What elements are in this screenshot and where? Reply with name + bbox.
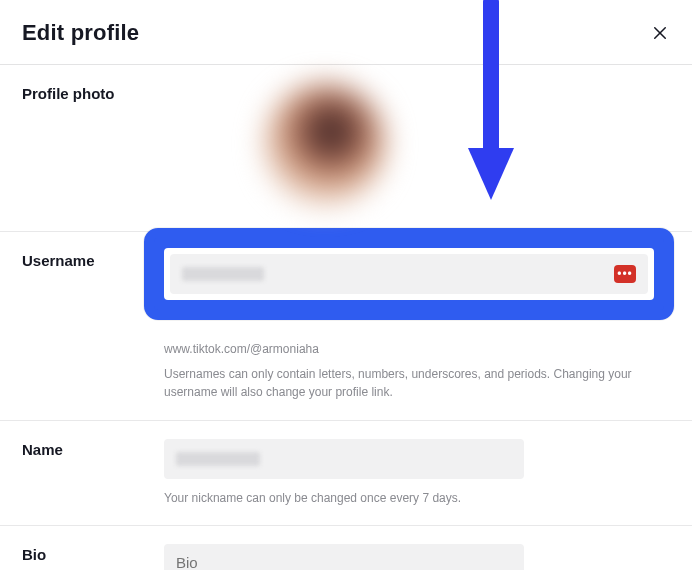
close-button[interactable] bbox=[650, 23, 670, 43]
name-input[interactable] bbox=[164, 439, 524, 479]
name-help: Your nickname can only be changed once e… bbox=[164, 489, 654, 508]
username-highlight: ••• bbox=[144, 228, 674, 320]
username-value-redacted bbox=[182, 267, 264, 281]
page-title: Edit profile bbox=[22, 20, 139, 46]
bio-input-wrapper[interactable] bbox=[164, 544, 524, 570]
profile-photo-label: Profile photo bbox=[22, 83, 164, 205]
name-label: Name bbox=[22, 439, 164, 508]
dictionary-icon: ••• bbox=[614, 265, 636, 283]
name-value-redacted bbox=[176, 452, 260, 466]
bio-input[interactable] bbox=[176, 554, 512, 570]
username-input-wrapper[interactable]: ••• bbox=[170, 254, 648, 294]
bio-label: Bio bbox=[22, 544, 164, 570]
close-icon bbox=[651, 24, 669, 42]
username-url: www.tiktok.com/@armoniaha bbox=[164, 340, 654, 359]
username-label: Username bbox=[22, 250, 164, 402]
avatar[interactable] bbox=[264, 83, 386, 205]
username-help: Usernames can only contain letters, numb… bbox=[164, 365, 654, 402]
